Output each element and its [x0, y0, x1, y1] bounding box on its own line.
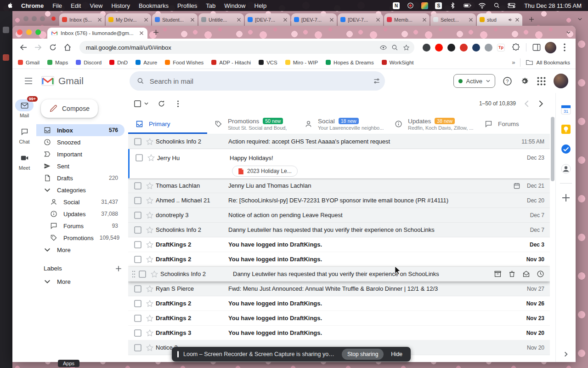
email-row[interactable]: Schoolinks Info 2Danny Leutwiler has req… — [128, 267, 550, 282]
tab-close-icon[interactable] — [422, 17, 427, 22]
delete-icon[interactable] — [508, 270, 516, 278]
email-row[interactable]: Schoolinks Info 2Danny Leutwiler has req… — [128, 223, 550, 237]
row-checkbox[interactable] — [134, 299, 142, 308]
sidebar-item-more[interactable]: More — [36, 244, 124, 256]
forward-icon[interactable] — [34, 43, 42, 52]
gmail-logo[interactable]: Gmail — [41, 75, 84, 86]
bookmark-item[interactable]: WorkSight — [382, 60, 414, 65]
active-browser-tab[interactable]: Inbox (576) - liumonade@gm... — [47, 28, 147, 39]
email-row[interactable]: donotreply 3Notice of action on pending … — [128, 208, 550, 223]
notion-icon[interactable]: N — [393, 2, 400, 9]
get-addons-icon[interactable] — [560, 192, 571, 203]
add-label-icon[interactable] — [115, 265, 122, 272]
sidebar-item-forums[interactable]: Forums93 — [36, 220, 124, 232]
menubar-item[interactable]: View — [90, 2, 102, 9]
star-icon[interactable] — [150, 270, 158, 278]
reader-extension-icon[interactable] — [423, 44, 430, 52]
hamburger-menu-icon[interactable] — [24, 78, 33, 84]
bookmark-item[interactable]: Maps — [47, 60, 68, 65]
list-scrollbar[interactable] — [550, 93, 555, 362]
star-icon[interactable] — [146, 226, 154, 234]
profile-avatar[interactable] — [545, 42, 556, 53]
menubar-item[interactable]: History — [111, 2, 130, 9]
browser-tab[interactable]: Untitle... — [198, 13, 244, 26]
rail-item-chat[interactable]: Chat — [12, 126, 36, 144]
browser-tab[interactable]: Inbox (5... — [59, 13, 105, 26]
tab-social[interactable]: Social18 newYour Lawrenceville neighbo..… — [297, 114, 387, 134]
browser-tab[interactable]: Student... — [152, 13, 198, 26]
apps-grid-icon[interactable] — [537, 76, 546, 86]
close-window-button[interactable] — [17, 29, 23, 35]
browser-tab[interactable]: [DEV-7... — [291, 13, 337, 26]
browser-tab[interactable]: [DEV-7... — [338, 13, 383, 26]
tab-close-icon[interactable] — [329, 17, 334, 22]
search-input[interactable]: Search in mail — [150, 77, 368, 85]
select-all-checkbox[interactable] — [134, 100, 141, 108]
battery-icon[interactable] — [464, 2, 471, 9]
zoom-window-button[interactable] — [35, 29, 41, 35]
row-checkbox[interactable] — [134, 329, 142, 337]
all-bookmarks-label[interactable]: All Bookmarks — [537, 60, 571, 65]
tab-updates[interactable]: Updates38 newRedfin, Koch Davis, Zillow,… — [387, 114, 477, 134]
status-chip[interactable]: Active — [453, 74, 495, 88]
help-icon[interactable]: ? — [503, 76, 512, 86]
browser-tab[interactable]: Memb... — [384, 13, 430, 26]
home-icon[interactable] — [63, 43, 72, 52]
bookmark-item[interactable]: VCS — [259, 60, 277, 65]
bookmark-item[interactable]: DnD — [109, 60, 128, 65]
next-page-icon[interactable] — [537, 100, 544, 107]
tab-primary[interactable]: Primary — [128, 114, 207, 134]
star-icon[interactable] — [146, 329, 154, 337]
back-icon[interactable] — [19, 43, 28, 52]
menubar-item[interactable]: Help — [254, 2, 267, 9]
sidebar-item-categories[interactable]: Categories — [36, 184, 124, 196]
row-checkbox[interactable] — [134, 344, 142, 352]
menubar-item[interactable]: Window — [224, 2, 245, 9]
rail-item-mail[interactable]: 99+Mail — [12, 99, 36, 118]
email-row[interactable]: DraftKings 2You have logged into DraftKi… — [128, 252, 550, 267]
bookmarks-overflow-icon[interactable]: » — [512, 59, 514, 66]
sidebar-item-more-labels[interactable]: More — [36, 276, 124, 288]
notes-extension-icon[interactable] — [447, 44, 455, 52]
star-icon[interactable] — [146, 211, 154, 219]
snooze-icon[interactable] — [537, 270, 544, 278]
email-row[interactable]: Ryan S PierceFwd: Menu Just Announced: A… — [128, 282, 550, 296]
rail-item-meet[interactable]: Meet — [12, 152, 36, 171]
email-row[interactable]: DraftKings 2You have logged into DraftKi… — [128, 237, 550, 252]
browser-tab[interactable]: Select... — [430, 13, 476, 26]
menubar-item[interactable]: File — [52, 2, 62, 9]
tab-promotions[interactable]: Promotions50 newStout St. Social and Bou… — [207, 114, 297, 134]
refresh-icon[interactable] — [158, 100, 165, 108]
account-avatar[interactable] — [554, 74, 568, 88]
email-row[interactable]: DraftKings 3You have logged into DraftKi… — [128, 326, 550, 340]
control-center-icon[interactable] — [508, 2, 515, 9]
star-icon[interactable] — [146, 255, 154, 264]
star-icon[interactable] — [146, 182, 154, 190]
menubar-item[interactable]: Edit — [71, 2, 81, 9]
side-panel-icon[interactable] — [532, 43, 541, 52]
scrollbar-thumb[interactable] — [551, 117, 554, 181]
row-checkbox[interactable] — [134, 241, 142, 249]
tab-close-icon[interactable] — [237, 17, 241, 22]
sidebar-item-important[interactable]: Important — [36, 148, 124, 160]
sidebar-item-drafts[interactable]: Drafts220 — [36, 172, 124, 184]
email-row[interactable]: DraftKings 2You have logged into DraftKi… — [128, 311, 550, 326]
extensions-puzzle-icon[interactable] — [512, 43, 520, 52]
mark-as-read-icon[interactable] — [522, 270, 530, 278]
menubar-item[interactable]: Profiles — [177, 2, 197, 9]
traffic-lights[interactable] — [17, 29, 41, 35]
row-checkbox[interactable] — [134, 211, 142, 219]
tab-search-icon[interactable] — [577, 17, 582, 22]
search-icon[interactable] — [137, 77, 144, 85]
settings-gear-icon[interactable] — [520, 76, 529, 86]
workspace-extension-icon[interactable] — [472, 44, 480, 52]
compose-button[interactable]: Compose — [41, 99, 98, 118]
calendar-icon[interactable]: 31 — [560, 104, 571, 115]
tab-close-icon[interactable] — [144, 17, 148, 22]
tab-close-icon[interactable] — [376, 17, 380, 22]
tab-forums[interactable]: Forums — [477, 114, 527, 134]
utility-extension-icon[interactable] — [485, 44, 492, 52]
bookmark-item[interactable]: Azure — [136, 60, 157, 65]
star-icon[interactable] — [146, 196, 154, 205]
sidebar-item-promotions[interactable]: Promotions109,549 — [36, 232, 124, 244]
